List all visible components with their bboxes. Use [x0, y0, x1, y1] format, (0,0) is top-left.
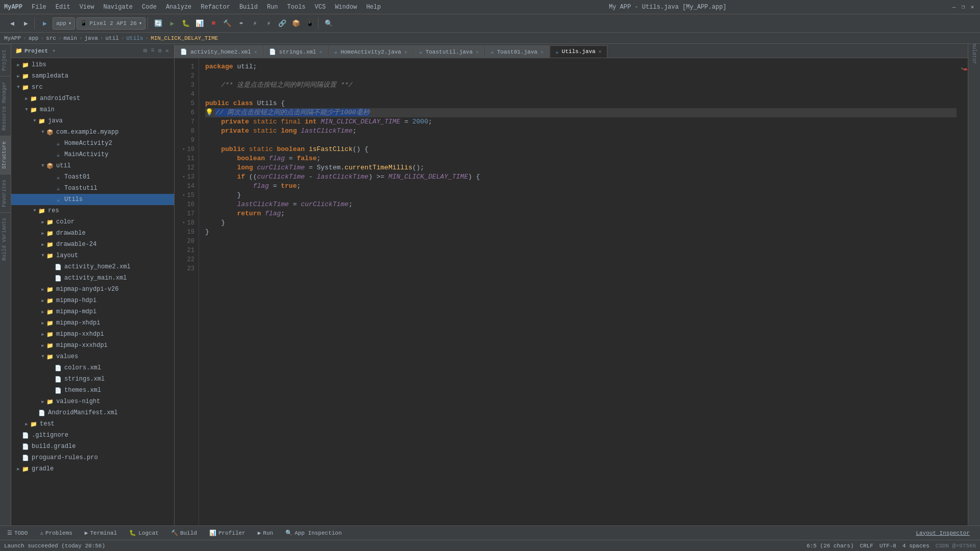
tree-item-build-gradle[interactable]: ▶ 📄 build.gradle — [11, 441, 174, 452]
tab-close-button[interactable]: ✕ — [599, 48, 602, 55]
menu-build[interactable]: Build — [235, 3, 262, 12]
tree-item-java[interactable]: ▼ 📁 java — [11, 115, 174, 127]
tab-strings[interactable]: 📄 strings.xml ✕ — [263, 45, 328, 58]
breadcrumb-app[interactable]: app — [29, 35, 39, 41]
tree-item-activity-main[interactable]: ▶ 📄 activity_main.xml — [11, 272, 174, 284]
fold-icon[interactable]: ▾ — [182, 191, 185, 200]
tree-item-mainactivity[interactable]: ▶ ☕ MainActivity — [11, 149, 174, 160]
toolbar-forward-button[interactable]: ▶ — [20, 17, 32, 30]
tree-item-drawable[interactable]: ▶ 📁 drawable — [11, 228, 174, 239]
close-button[interactable]: ✕ — [969, 4, 976, 11]
indent[interactable]: 4 spaces — [902, 543, 929, 549]
menu-code[interactable]: Code — [138, 3, 161, 12]
tree-item-strings-xml[interactable]: ▶ 📄 strings.xml — [11, 373, 174, 385]
annotation-resource-manager[interactable]: Resource Manager — [0, 76, 11, 136]
breadcrumb-constant[interactable]: MIN_CLICK_DELAY_TIME — [151, 35, 218, 41]
tab-close-button[interactable]: ✕ — [319, 49, 322, 55]
fold-icon[interactable]: ▾ — [182, 172, 185, 182]
fold-icon[interactable]: ▾ — [182, 145, 185, 154]
apply-code-button[interactable]: ⚡ — [262, 17, 275, 30]
panel-close-icon[interactable]: ✕ — [164, 46, 170, 55]
menu-tools[interactable]: Tools — [283, 3, 310, 12]
code-content[interactable]: package util; /** 这是点击按钮之间的时间间隔设置 **/ pu… — [199, 58, 963, 525]
tree-item-mipmap-mdpi[interactable]: ▶ 📁 mipmap-mdpi — [11, 306, 174, 317]
maximize-button[interactable]: ❐ — [960, 4, 967, 11]
stop-button[interactable]: ■ — [207, 17, 219, 30]
tree-item-gitignore[interactable]: ▶ 📄 .gitignore — [11, 430, 174, 441]
bottom-tab-todo[interactable]: ☰ TODO — [4, 529, 31, 537]
tab-homeactivity2[interactable]: ☕ HomeActivity2.java ✕ — [329, 45, 413, 58]
tab-toast01[interactable]: ☕ Toast01.java ✕ — [485, 45, 549, 58]
fold-icon[interactable]: ▾ — [182, 218, 185, 228]
annotation-favorites[interactable]: Favorites — [0, 174, 11, 212]
search-button[interactable]: 🔍 — [323, 17, 335, 30]
bottom-tab-terminal[interactable]: ▶ Terminal — [82, 529, 120, 537]
bottom-tab-profiler[interactable]: 📊 Profiler — [206, 529, 249, 537]
menu-view[interactable]: View — [76, 3, 99, 12]
tab-toastutil[interactable]: ☕ Toastutil.java ✕ — [413, 45, 484, 58]
tree-item-values[interactable]: ▼ 📁 values — [11, 351, 174, 362]
tree-item-androidmanifest[interactable]: ▶ 📄 AndroidManifest.xml — [11, 407, 174, 418]
bottom-tab-build[interactable]: 🔨 Build — [168, 529, 200, 537]
tree-item-test[interactable]: ▶ 📁 test — [11, 418, 174, 430]
tree-item-layout[interactable]: ▼ 📁 layout — [11, 250, 174, 261]
encoding[interactable]: UTF-8 — [879, 543, 896, 549]
tree-item-themes-xml[interactable]: ▶ 📄 themes.xml — [11, 385, 174, 396]
tree-item-proguard[interactable]: ▶ 📄 proguard-rules.pro — [11, 452, 174, 463]
tree-item-res[interactable]: ▼ 📁 res — [11, 205, 174, 216]
tab-utils[interactable]: ☕ Utils.java ✕ — [550, 45, 607, 58]
debug-button[interactable]: 🐛 — [180, 17, 192, 30]
breadcrumb-java[interactable]: java — [84, 35, 97, 41]
breadcrumb-main[interactable]: main — [63, 35, 77, 41]
tree-item-toastutil[interactable]: ▶ ☕ Toastutil — [11, 183, 174, 194]
menu-refactor[interactable]: Refactor — [197, 3, 234, 12]
menu-edit[interactable]: Edit — [52, 3, 75, 12]
emulator-label[interactable]: Emulator — [969, 46, 980, 58]
bottom-tab-run[interactable]: ▶ Run — [255, 529, 276, 537]
panel-settings-icon[interactable]: ⚙ — [157, 46, 163, 55]
tab-activity-home2[interactable]: 📄 activity_home2.xml ✕ — [175, 45, 263, 58]
annotation-build-variants[interactable]: Build Variants — [0, 212, 11, 266]
event-log-link[interactable]: Layout Inspector — [916, 530, 970, 536]
tree-item-main[interactable]: ▼ 📁 main — [11, 104, 174, 115]
panel-layout-icon[interactable]: ⊞ — [142, 46, 148, 55]
breadcrumb-utils[interactable]: Utils — [127, 35, 143, 41]
tab-close-button[interactable]: ✕ — [476, 49, 479, 55]
tab-close-button[interactable]: ✕ — [541, 49, 544, 55]
profile-button[interactable]: 📊 — [193, 17, 206, 30]
menu-help[interactable]: Help — [362, 3, 385, 12]
tree-item-mipmap-xhdpi[interactable]: ▶ 📁 mipmap-xhdpi — [11, 317, 174, 329]
cursor-position[interactable]: 6:5 (26 chars) — [806, 543, 853, 549]
tree-item-color[interactable]: ▶ 📁 color — [11, 216, 174, 228]
menu-window[interactable]: Window — [331, 3, 361, 12]
sync-button[interactable]: 🔄 — [152, 17, 164, 30]
panel-collapse-icon[interactable]: ≡ — [150, 46, 155, 55]
apply-changes-button[interactable]: ⚡ — [249, 17, 261, 30]
tree-item-colors-xml[interactable]: ▶ 📄 colors.xml — [11, 362, 174, 373]
tree-item-gradle[interactable]: ▶ 📁 gradle — [11, 463, 174, 474]
attach-button[interactable]: 🔗 — [276, 17, 288, 30]
tree-item-mipmap-anydpi[interactable]: ▶ 📁 mipmap-anydpi-v26 — [11, 284, 174, 295]
avd-button[interactable]: 📱 — [304, 17, 316, 30]
device-dropdown[interactable]: 📱 Pixel 2 API 26 ▾ — [77, 17, 145, 30]
line-ending[interactable]: CRLF — [860, 543, 873, 549]
sdk-button[interactable]: 📦 — [290, 17, 302, 30]
menu-run[interactable]: Run — [263, 3, 282, 12]
tree-item-activity-home2[interactable]: ▶ 📄 activity_home2.xml — [11, 261, 174, 272]
run-button[interactable]: ▶ — [166, 17, 178, 30]
run-config-dropdown[interactable]: app ▾ — [53, 17, 75, 30]
menu-analyze[interactable]: Analyze — [162, 3, 195, 12]
tree-item-homeactivity2[interactable]: ▶ ☕ HomeActivity2 — [11, 138, 174, 149]
minimize-button[interactable]: — — [950, 4, 958, 11]
tree-item-values-night[interactable]: ▶ 📁 values-night — [11, 396, 174, 407]
tab-close-button[interactable]: ✕ — [254, 49, 257, 55]
tab-close-button[interactable]: ✕ — [404, 49, 407, 55]
menu-file[interactable]: File — [28, 3, 51, 12]
tree-item-mipmap-xxxhdpi[interactable]: ▶ 📁 mipmap-xxxhdpi — [11, 340, 174, 351]
coverage-button[interactable]: ☂ — [235, 17, 247, 30]
build-button[interactable]: 🔨 — [221, 17, 233, 30]
panel-dropdown-icon[interactable]: ▾ — [52, 47, 56, 54]
bottom-tab-problems[interactable]: ⚠ Problems — [37, 529, 75, 537]
tree-item-sampledata[interactable]: ▶ 📁 sampledata — [11, 70, 174, 82]
tree-item-libs[interactable]: ▶ 📁 libs — [11, 59, 174, 70]
